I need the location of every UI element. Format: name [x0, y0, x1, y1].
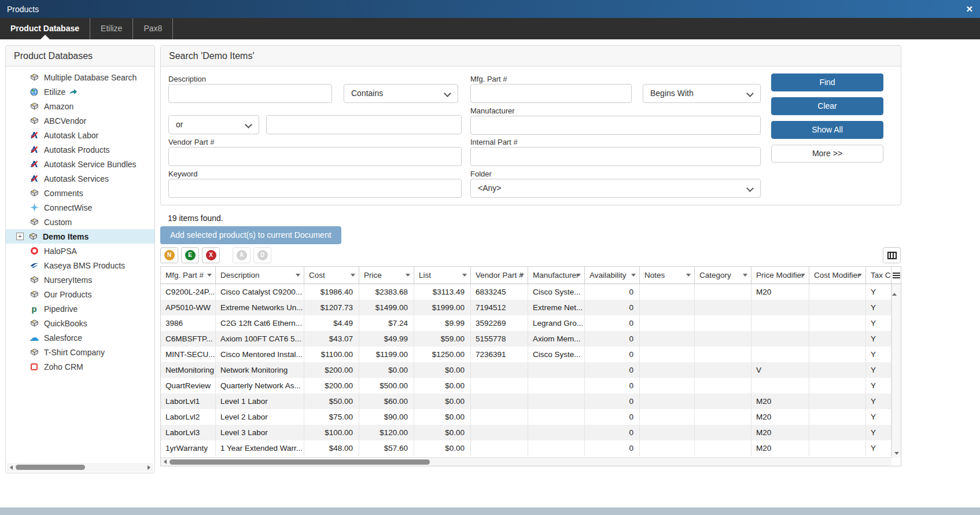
scrollbar-thumb[interactable]: [170, 459, 430, 465]
vendor-part-input[interactable]: [168, 147, 462, 166]
show-all-button[interactable]: Show All: [771, 121, 883, 139]
column-header-list[interactable]: List: [414, 267, 471, 284]
sidebar-item-zoho-crm[interactable]: Zoho CRM: [6, 359, 154, 374]
more-button[interactable]: More >>: [771, 145, 883, 163]
sidebar-item-amazon[interactable]: Amazon: [6, 99, 154, 113]
scroll-left-icon[interactable]: [164, 459, 167, 464]
table-row[interactable]: C6MBSFTP...Axiom 100FT CAT6 5...$43.07$4…: [161, 331, 901, 347]
table-row[interactable]: 1yrWarranty1 Year Extended Warr...$48.00…: [161, 440, 901, 456]
table-row[interactable]: 3986C2G 12ft Cat6 Ethern...$4.49$7.24$9.…: [161, 315, 901, 331]
cell-description: Level 3 Labor: [216, 425, 304, 440]
cell-price-modifier: M20: [751, 284, 809, 300]
find-button[interactable]: Find: [771, 73, 883, 91]
scroll-down-icon[interactable]: [894, 452, 899, 455]
column-header-availability[interactable]: Availability: [585, 267, 640, 284]
internal-part-input[interactable]: [470, 147, 761, 166]
sidebar-item-quickbooks[interactable]: QuickBooks: [6, 316, 154, 330]
mfg-part-input[interactable]: [470, 84, 632, 103]
sidebar-item-salesforce[interactable]: ☁Salesforce: [6, 330, 154, 345]
sidebar-item-halopsa[interactable]: HaloPSA: [6, 244, 154, 258]
filter-button-n[interactable]: N: [160, 247, 178, 263]
sidebar-item-label: Pipedrive: [44, 304, 78, 314]
cell-list: $0.00: [414, 440, 471, 456]
sidebar-item-multiple-database-search[interactable]: Multiple Database Search: [6, 70, 154, 84]
tab-etilize[interactable]: Etilize: [90, 18, 133, 39]
or-value-input[interactable]: [266, 115, 462, 134]
clear-button[interactable]: Clear: [771, 97, 883, 115]
or-operator-select[interactable]: or: [168, 115, 259, 134]
sidebar-item-t-shirt-company[interactable]: T-Shirt Company: [6, 345, 154, 359]
column-header-description[interactable]: Description: [216, 267, 304, 284]
grid-vertical-scrollbar[interactable]: [891, 284, 901, 458]
cell-category: [695, 393, 751, 409]
table-row[interactable]: LaborLvl3Level 3 Labor$100.00$120.00$0.0…: [161, 425, 901, 440]
column-header-cost[interactable]: Cost: [304, 267, 359, 284]
filter-button-x[interactable]: X: [202, 247, 220, 263]
cell-price-modifier: [751, 378, 809, 393]
table-row[interactable]: QuartReviewQuarterly Network As...$200.0…: [161, 378, 901, 393]
sidebar-item-autotask-products[interactable]: Autotask Products: [6, 142, 154, 157]
sort-chevron-icon: [296, 274, 300, 277]
sidebar-item-abcvendor[interactable]: ABCVendor: [6, 113, 154, 128]
manufacturer-label: Manufacturer: [470, 106, 515, 115]
scroll-up-icon[interactable]: [892, 284, 897, 296]
table-row[interactable]: C9200L-24P...Cisco Catalyst C9200...$198…: [161, 284, 901, 300]
table-row[interactable]: AP5010-WWExtreme Networks Un...$1207.73$…: [161, 300, 901, 315]
column-header-tax-code[interactable]: Tax Code: [866, 267, 891, 284]
sidebar-item-nurseryitems[interactable]: NurseryItems: [6, 273, 154, 287]
sidebar-item-autotask-service-bundles[interactable]: Autotask Service Bundles: [6, 157, 154, 171]
cell-mfg-part: LaborLvl1: [161, 393, 216, 409]
sidebar-item-label: Salesforce: [44, 333, 82, 343]
grid-horizontal-scrollbar[interactable]: [161, 457, 891, 466]
sidebar-item-label: Demo Items: [43, 232, 89, 241]
globe-icon: [29, 87, 39, 97]
cell-price: $1499.00: [359, 300, 414, 315]
scroll-left-icon[interactable]: [10, 465, 13, 470]
column-header-price[interactable]: Price: [359, 267, 414, 284]
sidebar-item-our-products[interactable]: Our Products: [6, 287, 154, 301]
manufacturer-input[interactable]: [470, 116, 761, 135]
tab-pax8[interactable]: Pax8: [133, 18, 173, 39]
scrollbar-thumb[interactable]: [16, 465, 85, 470]
column-header-cost-modifier[interactable]: Cost Modifier: [809, 267, 866, 284]
column-header-vendor-part[interactable]: Vendor Part #: [471, 267, 528, 284]
keyword-input[interactable]: [168, 179, 462, 198]
sidebar-horizontal-scrollbar[interactable]: [7, 463, 153, 472]
table-row[interactable]: NetMonitoringNetwork Monitoring$200.00$0…: [161, 362, 901, 378]
cell-price-modifier: V: [751, 362, 809, 378]
sidebar-item-comments[interactable]: Comments: [6, 186, 154, 200]
tab-product-database[interactable]: Product Database: [0, 18, 90, 39]
folder-select[interactable]: <Any>: [470, 179, 761, 198]
cell-manufacturer: Legrand Gro...: [528, 315, 585, 331]
grid-menu-button[interactable]: [891, 267, 901, 284]
scroll-right-icon[interactable]: [148, 465, 150, 470]
sidebar-item-etilize[interactable]: Etilize: [6, 84, 154, 99]
description-input[interactable]: [168, 84, 332, 103]
sidebar-item-autotask-services[interactable]: Autotask Services: [6, 171, 154, 186]
column-header-notes[interactable]: Notes: [640, 267, 695, 284]
sidebar-item-autotask-labor[interactable]: Autotask Labor: [6, 128, 154, 142]
mfg-part-match-select[interactable]: Begins With: [643, 84, 761, 103]
column-chooser-button[interactable]: [883, 247, 901, 263]
expand-plus-icon[interactable]: +: [16, 233, 24, 240]
sort-chevron-icon: [207, 274, 212, 277]
description-match-select[interactable]: Contains: [344, 84, 458, 103]
column-header-manufacturer[interactable]: Manufacturer: [528, 267, 585, 284]
table-row[interactable]: MINT-SECU...Cisco Mentored Instal...$110…: [161, 347, 901, 362]
results-grid: Mfg. Part #DescriptionCostPriceListVendo…: [160, 266, 901, 466]
cell-notes: [640, 409, 695, 425]
column-header-category[interactable]: Category: [695, 267, 751, 284]
table-row[interactable]: LaborLvl1Level 1 Labor$50.00$60.00$0.000…: [161, 393, 901, 409]
add-to-document-button[interactable]: Add selected product(s) to current Docum…: [160, 226, 341, 244]
column-header-mfg-part[interactable]: Mfg. Part #: [161, 267, 216, 284]
sidebar-item-pipedrive[interactable]: pPipedrive: [6, 301, 154, 316]
sidebar-item-custom[interactable]: Custom: [6, 215, 154, 229]
footer-strip: [0, 507, 980, 515]
sidebar-item-kaseya-bms-products[interactable]: Kaseya BMS Products: [6, 258, 154, 273]
table-row[interactable]: LaborLvl2Level 2 Labor$75.00$90.00$0.000…: [161, 409, 901, 425]
sidebar-item-connectwise[interactable]: ConnectWise: [6, 200, 154, 215]
filter-button-e[interactable]: E: [181, 247, 199, 263]
close-icon[interactable]: ✕: [966, 5, 973, 13]
sidebar-item-demo-items[interactable]: +Demo Items: [6, 229, 154, 244]
column-header-price-modifier[interactable]: Price Modifier: [751, 267, 809, 284]
